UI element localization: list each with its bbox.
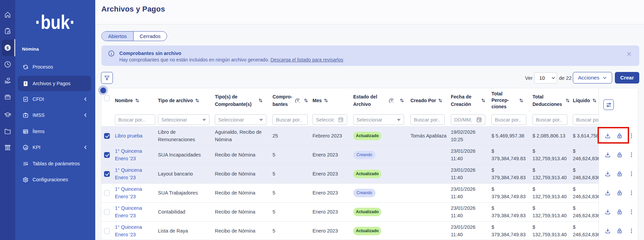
svg-text:$: $ [6,46,9,50]
